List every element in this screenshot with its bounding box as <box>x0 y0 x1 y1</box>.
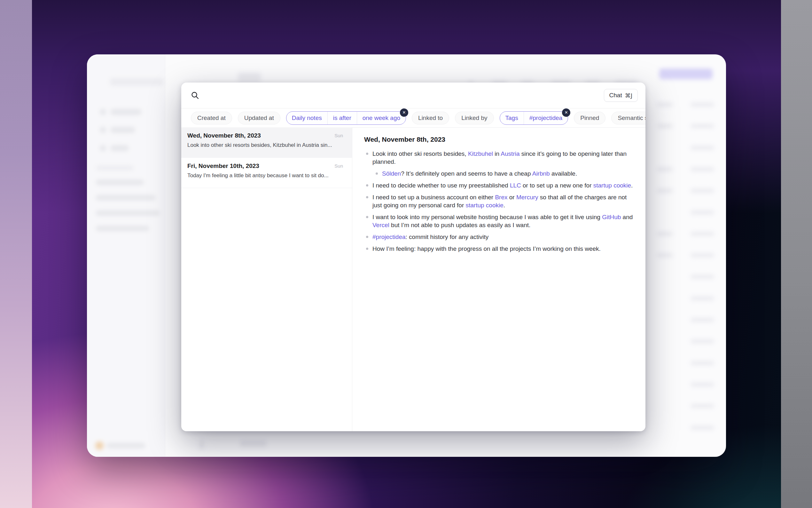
filter-row: Created atUpdated atDaily notesis aftero… <box>181 109 646 128</box>
filter-pill-label: Created at <box>197 115 226 122</box>
filter-pill-label: Linked by <box>461 115 487 122</box>
note-link[interactable]: startup cookie <box>593 182 631 189</box>
search-result-row[interactable]: Wed, November 8th, 2023SunLook into othe… <box>181 127 352 158</box>
filter-segment: Tags <box>500 112 524 124</box>
note-link[interactable]: Vercel <box>373 222 389 228</box>
search-icon <box>191 91 199 99</box>
note-link[interactable]: Kitzbuhel <box>468 151 493 157</box>
bullet-icon <box>366 196 368 198</box>
chat-button[interactable]: Chat ⌘J <box>604 89 638 102</box>
bullet-icon <box>366 248 368 250</box>
filter-segment: #projectidea <box>524 112 568 124</box>
note-title: Wed, November 8th, 2023 <box>364 136 636 143</box>
filter-segment: is after <box>327 112 357 124</box>
chat-button-label: Chat <box>609 92 622 99</box>
filter-pill-semantic-search[interactable]: Semantic search <box>611 112 646 124</box>
filter-pill-linked-to[interactable]: Linked to <box>412 112 449 124</box>
note-bullet-item: #projectidea: commit history for any act… <box>364 233 634 241</box>
wallpaper-left-strip <box>0 0 32 508</box>
note-bullet-item: Sölden? It’s definitely open and seems t… <box>374 170 634 177</box>
result-title: Fri, November 10th, 2023 <box>187 163 344 170</box>
filter-pill-label: Semantic search <box>618 115 646 122</box>
remove-filter-button[interactable]: ✕ <box>400 109 408 117</box>
wallpaper-right-strip <box>781 0 812 508</box>
note-bullet-item: I need to decide whether to use my prees… <box>364 181 634 189</box>
note-link[interactable]: startup cookie <box>466 202 504 209</box>
result-weekday-badge: Sun <box>334 133 343 138</box>
note-link[interactable]: Mercury <box>516 194 538 201</box>
note-bullets: Look into other ski resorts besides, Kit… <box>364 150 634 253</box>
bullet-icon <box>366 184 368 186</box>
note-link[interactable]: GitHub <box>602 214 621 220</box>
filter-pill-pinned[interactable]: Pinned <box>574 112 606 124</box>
filter-segment: Daily notes <box>286 112 327 124</box>
result-title: Wed, November 8th, 2023 <box>187 132 344 139</box>
filter-pill-label: Updated at <box>244 115 274 122</box>
filter-pill-linked-by[interactable]: Linked by <box>455 112 493 124</box>
note-bullet-item: I need to set up a business account on e… <box>364 193 634 209</box>
note-bullet-item: I want to look into my personal website … <box>364 213 634 229</box>
active-filter-daily-notes-is-after-one-week-ago[interactable]: Daily notesis afterone week ago✕ <box>286 111 406 125</box>
note-bullet-item: Look into other ski resorts besides, Kit… <box>364 150 634 166</box>
note-bullet-item: How I’m feeling: happy with the progress… <box>364 245 634 253</box>
filter-pill-label: Linked to <box>418 115 443 122</box>
note-link[interactable]: Sölden <box>382 170 401 177</box>
filter-segment: one week ago <box>357 112 406 124</box>
search-bar[interactable]: Chat ⌘J <box>181 83 646 109</box>
filter-pill-created-at[interactable]: Created at <box>191 112 232 124</box>
bullet-icon <box>376 172 378 175</box>
note-link[interactable]: Austria <box>500 151 520 157</box>
note-preview-panel: Wed, November 8th, 2023 Look into other … <box>352 127 646 431</box>
bullet-icon <box>366 216 368 218</box>
search-result-row[interactable]: Fri, November 10th, 2023SunToday I'm fee… <box>181 158 352 188</box>
result-preview: Look into other ski resorts besides, Kit… <box>187 142 341 149</box>
note-link[interactable]: #projectidea <box>373 234 406 240</box>
filter-pill-label: Pinned <box>580 115 599 122</box>
note-link[interactable]: Brex <box>495 194 507 201</box>
filter-pill-updated-at[interactable]: Updated at <box>238 112 280 124</box>
remove-filter-button[interactable]: ✕ <box>562 109 570 117</box>
note-link[interactable]: Airbnb <box>532 170 550 177</box>
bullet-icon <box>366 236 368 238</box>
active-filter-tags-projectidea[interactable]: Tags#projectidea✕ <box>500 111 568 125</box>
chat-shortcut: ⌘J <box>625 92 632 99</box>
search-modal: Chat ⌘J Created atUpdated atDaily notesi… <box>181 83 646 431</box>
result-preview: Today I'm feeling a little bit antsy bec… <box>187 172 341 179</box>
result-weekday-badge: Sun <box>334 163 343 169</box>
bullet-icon <box>366 153 368 155</box>
modal-body: Wed, November 8th, 2023SunLook into othe… <box>181 127 646 431</box>
results-list: Wed, November 8th, 2023SunLook into othe… <box>181 127 352 431</box>
note-link[interactable]: LLC <box>510 182 521 189</box>
